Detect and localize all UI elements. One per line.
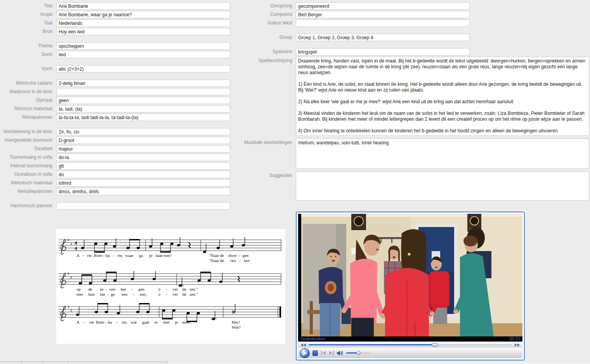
- svg-text:♯: ♯: [70, 309, 72, 313]
- video-still-children-circle-game: [298, 214, 522, 336]
- vorm-input[interactable]: [56, 65, 230, 73]
- field-label: Auteur tekst: [238, 19, 296, 27]
- seek-progress: [309, 344, 435, 345]
- field-row-tonaliteit: Tonaliteit: [0, 145, 233, 153]
- soort-input[interactable]: [56, 51, 230, 58]
- groep-input[interactable]: [296, 34, 470, 41]
- seek-thumb[interactable]: [432, 343, 438, 347]
- player-status-bar: Onderbroken 00:21: [298, 336, 522, 341]
- svg-text:♯: ♯: [70, 242, 72, 246]
- left-form-column: Titel Incipit Taal Bron Thema Soort Vorm…: [0, 2, 233, 211]
- toonomvang-solfa-input[interactable]: [56, 154, 230, 161]
- player-seek-row: [298, 341, 522, 348]
- field-label: Interval toonomvang: [0, 162, 56, 170]
- field-row-voortekening: Voortekening in de bron: [0, 128, 233, 135]
- bron-input[interactable]: [56, 28, 230, 35]
- grondtoon-input[interactable]: [56, 171, 230, 178]
- previous-button[interactable]: [321, 351, 326, 355]
- field-label: Incipit: [0, 11, 56, 18]
- field-label: Toonomvang in solfa: [0, 154, 56, 161]
- player-time: 00:21: [509, 336, 520, 341]
- field-label: Metrische cadans: [0, 80, 56, 87]
- play-button[interactable]: [300, 348, 310, 358]
- play-icon: [303, 351, 307, 355]
- field-row-oorsprong: Oorsprong: [238, 2, 590, 10]
- melodisch-materiaal-input[interactable]: [56, 179, 230, 187]
- rewind-button[interactable]: [301, 343, 306, 347]
- field-label: Melodiepatronen: [0, 188, 56, 195]
- volume-thumb[interactable]: [357, 351, 361, 355]
- sheet-music: ♯ ♯ 4 4 ♯ ♯ ♯ ♯: [56, 229, 285, 344]
- field-label: Voortekening in de bron: [0, 128, 56, 135]
- field-label: Ritmepatronen: [0, 114, 56, 121]
- metrische-cadans-input[interactable]: [56, 80, 230, 87]
- thema-input[interactable]: [56, 42, 230, 50]
- player-controls: [298, 348, 522, 358]
- next-icon: [329, 351, 334, 355]
- field-label: Spelbeschrijving: [238, 57, 296, 64]
- muzikale-doelstellingen-textarea[interactable]: metrum, wandelpas, solo-tutti, inner hea…: [296, 139, 589, 169]
- spelbeschrijving-textarea[interactable]: Draaiende kring, handen vast, lopen in d…: [296, 57, 589, 136]
- auteur-tekst-input[interactable]: [296, 19, 470, 27]
- volume-button[interactable]: [337, 350, 344, 356]
- oorsprong-input[interactable]: [296, 2, 470, 10]
- field-label: Grondtoon in solfa: [0, 171, 56, 178]
- lyrics-line: A - rie Bom - ba - rie, wie gaat er met …: [76, 320, 191, 324]
- suggesties-textarea[interactable]: [296, 172, 589, 201]
- field-row-melodiepatronen: Melodiepatronen: [0, 188, 233, 195]
- interval-toonomvang-input[interactable]: [56, 162, 230, 170]
- field-row-thema: Thema: [0, 42, 233, 50]
- fast-forward-button[interactable]: [515, 343, 520, 347]
- field-label: Vorm: [0, 65, 56, 73]
- field-label: Soort: [0, 51, 56, 58]
- lyrics-line: A - rie Bom - ba - rie, waar ga je naar-…: [76, 253, 171, 258]
- field-row-auteur-tekst: Auteur tekst: [238, 19, 590, 27]
- field-row-opmaat: Opmaat: [0, 97, 233, 104]
- field-row-interval-toonomvang: Interval toonomvang: [0, 162, 233, 170]
- harmonisch-patroon-input[interactable]: [56, 202, 230, 210]
- field-row-grondtoon: Grondtoon in solfa: [0, 171, 233, 178]
- stop-button[interactable]: [312, 350, 318, 356]
- lyrics-line: Hey!: [232, 320, 240, 324]
- svg-text:♯: ♯: [68, 272, 69, 276]
- voorgestelde-toonsoort-input[interactable]: [56, 137, 230, 144]
- cutoff-element-fragment: [0, 361, 167, 364]
- next-button[interactable]: [329, 351, 334, 355]
- seek-remaining: [435, 345, 512, 345]
- taal-input[interactable]: [56, 19, 230, 27]
- ritmepatronen-input[interactable]: [56, 114, 230, 121]
- voortekening-input[interactable]: [56, 128, 230, 135]
- opmaat-input[interactable]: [56, 97, 230, 104]
- field-row-melodisch-materiaal: Melodisch materiaal: [0, 179, 233, 187]
- video-frame[interactable]: [298, 214, 522, 336]
- field-row-ritmisch-materiaal: Ritmisch materiaal: [0, 105, 233, 113]
- field-row-muzikale-doelstellingen: Muzikale doelstellingenmetrum, wandelpas…: [238, 139, 590, 169]
- incipit-input[interactable]: [56, 11, 230, 18]
- field-row-spelbeschrijving: SpelbeschrijvingDraaiende kring, handen …: [238, 57, 590, 136]
- seek-slider[interactable]: [309, 343, 512, 347]
- right-form-column: Oorsprong Componist Auteur tekst Groep S…: [238, 2, 590, 202]
- volume-icon: [337, 350, 344, 356]
- field-label: Muzikale doelstellingen: [238, 139, 296, 146]
- field-label: Tonaliteit: [0, 145, 56, 153]
- sheet-music-notation: ♯ ♯ 4 4 ♯ ♯ ♯ ♯: [56, 229, 285, 344]
- field-label: Ritmisch materiaal: [0, 105, 56, 113]
- maatsoort-input[interactable]: [56, 88, 230, 95]
- spelvorm-input[interactable]: [296, 48, 470, 55]
- componist-input[interactable]: [296, 11, 470, 18]
- field-label: Titel: [0, 2, 56, 10]
- fast-forward-icon: [515, 343, 520, 347]
- field-row-soort: Soort: [0, 51, 233, 58]
- melodiepatronen-input[interactable]: [56, 188, 230, 195]
- volume-slider[interactable]: [346, 351, 371, 355]
- titel-input[interactable]: [56, 2, 230, 10]
- ritmisch-materiaal-input[interactable]: [56, 105, 230, 113]
- field-label: Oorsprong: [238, 2, 296, 10]
- player-status-text: Onderbroken: [300, 336, 325, 341]
- field-row-maatsoort: Maatsoort in de bron: [0, 88, 233, 95]
- tonaliteit-input[interactable]: [56, 145, 230, 153]
- field-label: Thema: [0, 42, 56, 50]
- field-row-metrische-cadans: Metrische cadans: [0, 80, 233, 87]
- field-row-titel: Titel: [0, 2, 233, 10]
- field-label: Voorgestelde toonsoort: [0, 137, 56, 144]
